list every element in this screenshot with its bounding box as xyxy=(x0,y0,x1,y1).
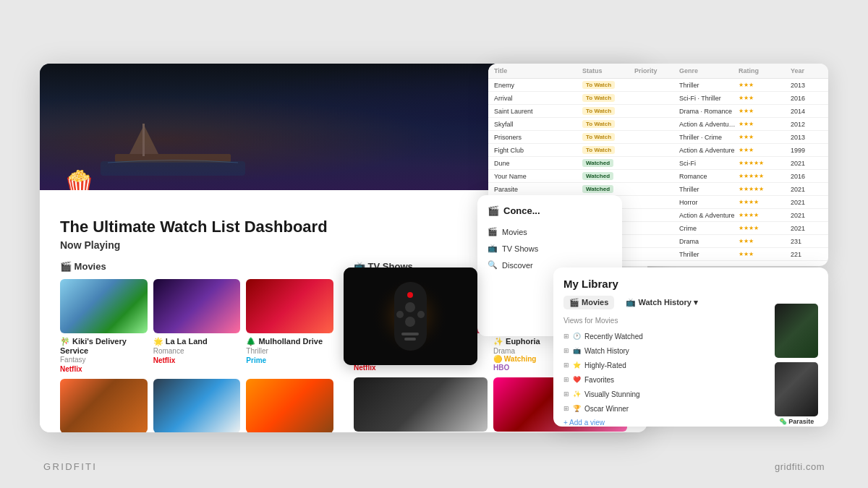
branding-right: gridfiti.com xyxy=(775,461,825,472)
svg-rect-2 xyxy=(142,124,145,156)
cell-status: Watched xyxy=(582,172,633,180)
movie-platform: Netflix xyxy=(153,356,241,364)
movie-thumbnail xyxy=(60,279,148,333)
cell-year: 2021 xyxy=(791,225,828,232)
library-dark-movie-thumb xyxy=(775,304,818,358)
view-icon: ⊞ xyxy=(563,376,569,383)
cell-genre: Action & Adventure xyxy=(679,147,737,154)
sidebar-nav: 🎬Movies📺TV Shows🔍Discover xyxy=(488,223,612,273)
cell-year: 2021 xyxy=(791,186,828,193)
popcorn-icon: 🍿 xyxy=(60,166,98,190)
view-item-left: ⊞ ⭐ Highly-Rated xyxy=(563,361,626,369)
movie-item[interactable]: 🌼 500 Days of Summer xyxy=(153,379,241,432)
table-row[interactable]: Parasite Watched Thriller ★★★★★ 2021 Net… xyxy=(488,183,828,196)
svg-point-12 xyxy=(405,302,415,312)
cell-rating: ★★★ xyxy=(739,147,789,153)
movie-genre: Fantasy xyxy=(60,356,148,364)
cell-genre: Horror xyxy=(679,199,737,206)
cell-status: Watched xyxy=(582,185,633,193)
view-item-left: ⊞ 🏆 Oscar Winner xyxy=(563,405,629,413)
table-row[interactable]: Arrival To Watch Sci-Fi · Thriller ★★★ 2… xyxy=(488,92,828,105)
parasite-stars: ★★★★★ xyxy=(775,425,818,427)
cell-genre: Romance xyxy=(679,173,737,180)
branding-left: GRIDFITI xyxy=(43,461,97,472)
sidebar-nav-item[interactable]: 🎬Movies xyxy=(488,223,612,240)
view-item-left: ⊞ 🕐 Recently Watched xyxy=(563,333,643,341)
library-thumbs: 🦠 Parasite ★★★★★ 2019 xyxy=(775,304,818,427)
table-row[interactable]: Enemy To Watch Thriller ★★★ 2013 Netflix xyxy=(488,79,828,92)
cell-rating: ★★★★★ xyxy=(739,186,789,192)
library-tab[interactable]: 📺 Watch History ▾ xyxy=(620,296,704,309)
movie-genre: Romance xyxy=(153,347,241,355)
cell-year: 1999 xyxy=(791,147,828,154)
view-type-icon: 📺 xyxy=(573,347,581,354)
tv-show-item[interactable]: 🃏 Lupin xyxy=(354,377,488,432)
library-tab[interactable]: 🎬 Movies xyxy=(563,296,614,309)
cell-status: To Watch xyxy=(582,81,633,89)
cell-rating: ★★★★ xyxy=(739,225,789,231)
view-icon: ⊞ xyxy=(563,390,569,398)
view-icon: ⊞ xyxy=(563,361,569,369)
cell-genre: Thriller · Crime xyxy=(679,134,737,141)
view-label: Watch History xyxy=(584,347,629,355)
cell-year: 2013 xyxy=(791,134,828,141)
cell-genre: Sci-Fi xyxy=(679,160,737,167)
cell-title: Your Name xyxy=(494,173,581,180)
library-card: My Library 🎬 Movies📺 Watch History ▾ Vie… xyxy=(553,267,828,427)
table-row[interactable]: Saint Laurent To Watch Drama · Romance ★… xyxy=(488,105,828,118)
cell-title: Skyfall xyxy=(494,121,581,128)
movie-genre: Thriller xyxy=(246,347,333,355)
table-row[interactable]: Fight Club To Watch Action & Adventure ★… xyxy=(488,144,828,157)
movies-grid: 🎋 Kiki's Delivery Service Fantasy Netfli… xyxy=(60,279,333,432)
cell-status: Watched xyxy=(582,159,633,167)
movie-item[interactable]: 🔴 Bladerunner 2049 xyxy=(246,379,333,432)
cell-genre: Thriller xyxy=(679,251,737,258)
table-row[interactable]: Dune Watched Sci-Fi ★★★★★ 2021 Last Thur… xyxy=(488,157,828,170)
cell-year: 2021 xyxy=(791,212,828,219)
cell-rating: ★★★ xyxy=(739,108,789,114)
view-icon: ⊞ xyxy=(563,347,569,354)
cell-status: To Watch xyxy=(582,146,633,154)
remote-overlay xyxy=(344,267,477,365)
view-type-icon: ✨ xyxy=(573,390,581,398)
view-type-icon: 🏆 xyxy=(573,405,581,412)
movie-item[interactable]: 🎋 Kiki's Delivery Service Fantasy Netfli… xyxy=(60,279,148,373)
cell-year: 231 xyxy=(791,238,828,245)
svg-point-14 xyxy=(396,311,404,318)
cell-title: Arrival xyxy=(494,95,581,102)
cell-rating: ★★★ xyxy=(739,251,789,257)
movie-item[interactable]: 🌲 Mulholland Drive Thriller Prime xyxy=(246,279,333,373)
svg-point-15 xyxy=(417,311,425,318)
view-label: Recently Watched xyxy=(584,333,643,341)
cell-genre: Crime xyxy=(679,225,737,232)
spreadsheet-column-header: Year xyxy=(791,67,828,74)
cell-year: 2016 xyxy=(791,173,828,180)
movie-thumbnail xyxy=(60,379,148,432)
movie-item[interactable]: 👻 Spirited Away xyxy=(60,379,148,432)
spreadsheet-column-header: Rating xyxy=(739,67,789,74)
movie-thumbnail xyxy=(246,379,333,432)
tv-thumbnail xyxy=(354,377,488,432)
svg-point-18 xyxy=(407,292,413,298)
hero-boat-illustration xyxy=(101,118,245,176)
sidebar-nav-item[interactable]: 📺TV Shows xyxy=(488,240,612,257)
cell-rating: ★★★ xyxy=(739,95,789,101)
parasite-thumb-image xyxy=(775,362,818,416)
movie-title: 🌟 La La Land xyxy=(153,337,241,346)
cell-genre: Action & Adventure xyxy=(679,212,737,219)
movie-item[interactable]: 🌟 La La Land Romance Netflix xyxy=(153,279,241,373)
spreadsheet-column-header: Priority xyxy=(634,67,678,74)
table-row[interactable]: Your Name Watched Romance ★★★★★ 2016 Las… xyxy=(488,170,828,183)
table-row[interactable]: Skyfall To Watch Action & Adventure · 1 … xyxy=(488,118,828,131)
cell-rating: ★★★★★ xyxy=(739,160,789,166)
cell-rating: ★★★ xyxy=(739,82,789,88)
view-label: Visually Stunning xyxy=(584,390,640,398)
table-row[interactable]: Prisoners To Watch Thriller · Crime ★★★ … xyxy=(488,131,828,144)
cell-year: 2014 xyxy=(791,108,828,115)
view-icon: ⊞ xyxy=(563,333,569,340)
cell-title: Dune xyxy=(494,160,581,167)
movie-thumbnail xyxy=(153,379,241,432)
cell-year: 2021 xyxy=(791,160,828,167)
remote-visual xyxy=(344,267,477,365)
cell-year: 2013 xyxy=(791,82,828,89)
